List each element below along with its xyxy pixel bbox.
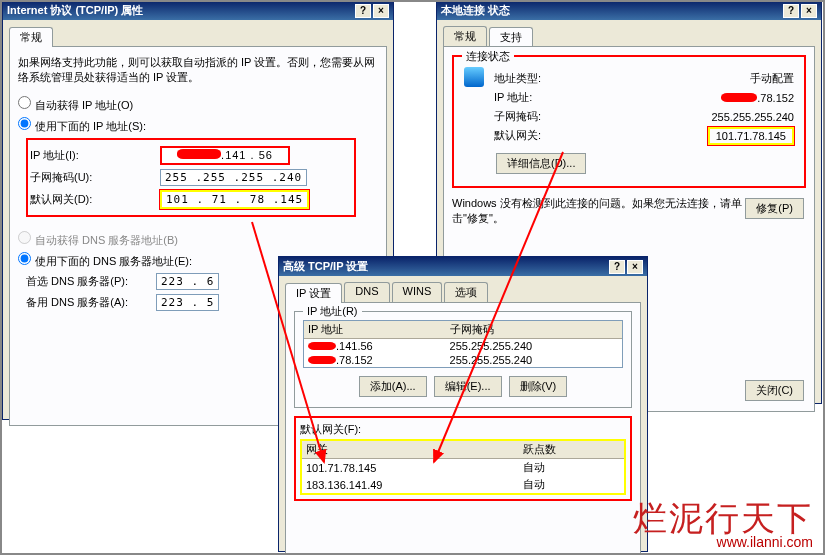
trouble-text: Windows 没有检测到此连接的问题。如果您无法连接，请单击"修复"。 — [452, 196, 743, 227]
mask-label: 子网掩码(U): — [30, 170, 160, 185]
win3-title: 高级 TCP/IP 设置 — [283, 259, 368, 274]
tab-wins[interactable]: WINS — [392, 282, 443, 302]
mask-input[interactable]: 255 .255 .255 .240 — [160, 169, 307, 186]
tab-general[interactable]: 常规 — [9, 27, 53, 47]
addrtype-label: 地址类型: — [494, 71, 594, 86]
ip-input[interactable]: .141 . 56 — [160, 146, 290, 165]
tab-opt[interactable]: 选项 — [444, 282, 488, 302]
table-row: .141.56255.255.255.240 — [304, 339, 622, 354]
tab-general2[interactable]: 常规 — [443, 26, 487, 46]
radio-manual-ip[interactable]: 使用下面的 IP 地址(S): — [18, 117, 148, 134]
dns2-input[interactable]: 223 . 5 — [156, 294, 219, 311]
help-icon[interactable]: ? — [783, 4, 799, 18]
detail-button[interactable]: 详细信息(D)... — [496, 153, 586, 174]
ip-listbox[interactable]: IP 地址子网掩码 .141.56255.255.255.240 .78.152… — [303, 320, 623, 368]
table-row: 183.136.141.49自动 — [302, 476, 624, 493]
dns1-input[interactable]: 223 . 6 — [156, 273, 219, 290]
gw2-label: 默认网关: — [494, 128, 594, 143]
help-icon[interactable]: ? — [609, 260, 625, 274]
win2-title: 本地连接 状态 — [441, 3, 510, 18]
mask2-val: 255.255.255.240 — [594, 111, 794, 123]
tab-support[interactable]: 支持 — [489, 27, 533, 47]
addrtype-val: 手动配置 — [594, 71, 794, 86]
ip2-val: .78.152 — [594, 92, 794, 104]
win1-title: Internet 协议 (TCP/IP) 属性 — [7, 3, 143, 18]
intro-text: 如果网络支持此功能，则可以获取自动指派的 IP 设置。否则，您需要从网络系统管理… — [18, 55, 378, 86]
dns1-label: 首选 DNS 服务器(P): — [26, 274, 156, 289]
gw-input[interactable]: 101 . 71 . 78 .145 — [160, 190, 309, 209]
ip2-label: IP 地址: — [494, 90, 594, 105]
gw2-val: 101.71.78.145 — [708, 127, 794, 145]
col-gw: 网关 — [302, 441, 519, 459]
radio-auto-dns[interactable]: 自动获得 DNS 服务器地址(B) — [18, 231, 378, 248]
edit-button[interactable]: 编辑(E)... — [434, 376, 502, 397]
dns2-label: 备用 DNS 服务器(A): — [26, 295, 156, 310]
win3-titlebar[interactable]: 高级 TCP/IP 设置 ? × — [279, 257, 647, 276]
tab-ipset[interactable]: IP 设置 — [285, 283, 342, 303]
ip-label: IP 地址(I): — [30, 148, 160, 163]
table-row: 101.71.78.145自动 — [302, 459, 624, 477]
mask2-label: 子网掩码: — [494, 109, 594, 124]
col-ip: IP 地址 — [304, 321, 446, 339]
close-icon[interactable]: × — [627, 260, 643, 274]
help-icon[interactable]: ? — [355, 4, 371, 18]
col-metric: 跃点数 — [519, 441, 624, 459]
radio-auto-ip[interactable]: 自动获得 IP 地址(O) — [18, 96, 148, 113]
tab-dns[interactable]: DNS — [344, 282, 389, 302]
del-button[interactable]: 删除(V) — [509, 376, 568, 397]
col-mask: 子网掩码 — [446, 321, 622, 339]
close-icon[interactable]: × — [373, 4, 389, 18]
conn-legend: 连接状态 — [462, 49, 514, 64]
gw-listbox[interactable]: 网关跃点数 101.71.78.145自动 183.136.141.49自动 — [300, 439, 626, 495]
table-row: .78.152255.255.255.240 — [304, 353, 622, 367]
win2-titlebar[interactable]: 本地连接 状态 ? × — [437, 1, 821, 20]
repair-button[interactable]: 修复(P) — [745, 198, 804, 219]
iplist-legend: IP 地址(R) — [303, 304, 362, 319]
add-button[interactable]: 添加(A)... — [359, 376, 427, 397]
close-icon[interactable]: × — [801, 4, 817, 18]
close-button[interactable]: 关闭(C) — [745, 380, 804, 401]
win1-titlebar[interactable]: Internet 协议 (TCP/IP) 属性 ? × — [3, 1, 393, 20]
network-icon — [464, 67, 484, 87]
watermark: 烂泥行天下 www.ilanni.com — [633, 501, 813, 549]
gw-legend: 默认网关(F): — [300, 422, 626, 437]
gw-label: 默认网关(D): — [30, 192, 160, 207]
